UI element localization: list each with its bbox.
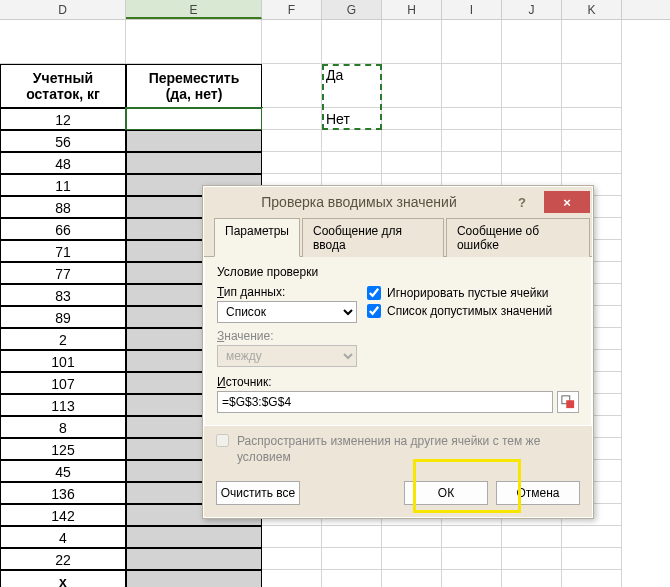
cell[interactable] [0, 20, 126, 64]
cell[interactable] [322, 548, 382, 570]
col-header-j[interactable]: J [502, 0, 562, 19]
cell-e[interactable] [126, 526, 262, 548]
cell[interactable] [442, 152, 502, 174]
cell-d[interactable]: 22 [0, 548, 126, 570]
cell[interactable] [502, 548, 562, 570]
cell[interactable]: Нет [322, 108, 382, 130]
cell-d[interactable]: 77 [0, 262, 126, 284]
tab-parameters[interactable]: Параметры [214, 218, 300, 257]
col-header-e[interactable]: E [126, 0, 262, 19]
cell-d[interactable]: 142 [0, 504, 126, 526]
cell[interactable] [262, 526, 322, 548]
cell[interactable] [562, 64, 622, 108]
cell[interactable] [382, 130, 442, 152]
cell[interactable] [442, 526, 502, 548]
cell-d[interactable]: 2 [0, 328, 126, 350]
cell[interactable] [502, 152, 562, 174]
col-header-f[interactable]: F [262, 0, 322, 19]
cell-d[interactable]: 125 [0, 438, 126, 460]
cell-d[interactable]: 89 [0, 306, 126, 328]
cell[interactable] [442, 130, 502, 152]
cell-e[interactable] [126, 570, 262, 587]
cell[interactable] [502, 108, 562, 130]
cell[interactable] [442, 64, 502, 108]
cell[interactable] [126, 20, 262, 64]
ok-button[interactable]: ОК [404, 481, 488, 505]
cell-d[interactable]: 136 [0, 482, 126, 504]
cell[interactable] [502, 20, 562, 64]
cell[interactable] [382, 152, 442, 174]
header-e[interactable]: Переместить (да, нет) [126, 64, 262, 108]
cell[interactable] [502, 570, 562, 587]
col-header-i[interactable]: I [442, 0, 502, 19]
source-input[interactable] [217, 391, 553, 413]
cell[interactable] [562, 20, 622, 64]
cell[interactable] [322, 570, 382, 587]
cell-g3[interactable]: Да [322, 64, 382, 108]
col-header-k[interactable]: K [562, 0, 622, 19]
ignore-blanks-checkbox[interactable]: Игнорировать пустые ячейки [367, 286, 579, 300]
cell[interactable] [262, 20, 322, 64]
cell-e[interactable] [126, 108, 262, 130]
cell-d[interactable]: 45 [0, 460, 126, 482]
tab-input-message[interactable]: Сообщение для ввода [302, 218, 444, 257]
cell-d[interactable]: 66 [0, 218, 126, 240]
cell-d[interactable]: 4 [0, 526, 126, 548]
cell-d[interactable]: 12 [0, 108, 126, 130]
cell[interactable] [502, 64, 562, 108]
cell[interactable] [562, 152, 622, 174]
cell[interactable] [262, 570, 322, 587]
cell[interactable] [442, 548, 502, 570]
cell-d[interactable]: 88 [0, 196, 126, 218]
cell[interactable] [382, 548, 442, 570]
cell-d[interactable]: 113 [0, 394, 126, 416]
col-header-d[interactable]: D [0, 0, 126, 19]
cell[interactable] [562, 548, 622, 570]
cell-d[interactable]: 56 [0, 130, 126, 152]
cell[interactable] [442, 20, 502, 64]
cancel-button[interactable]: Отмена [496, 481, 580, 505]
header-d[interactable]: Учетный остаток, кг [0, 64, 126, 108]
col-header-h[interactable]: H [382, 0, 442, 19]
cell-d[interactable]: x [0, 570, 126, 587]
cell-d[interactable]: 101 [0, 350, 126, 372]
cell[interactable] [322, 526, 382, 548]
cell[interactable] [262, 108, 322, 130]
cell-e[interactable] [126, 130, 262, 152]
cell[interactable] [262, 152, 322, 174]
cell[interactable] [322, 152, 382, 174]
cell-d[interactable]: 71 [0, 240, 126, 262]
cell[interactable] [442, 108, 502, 130]
dropdown-list-checkbox[interactable]: Список допустимых значений [367, 304, 579, 318]
close-button[interactable]: × [544, 191, 590, 213]
cell[interactable] [502, 526, 562, 548]
cell-d[interactable]: 11 [0, 174, 126, 196]
cell[interactable] [262, 548, 322, 570]
help-button[interactable]: ? [502, 190, 542, 214]
cell[interactable] [382, 108, 442, 130]
cell-e[interactable] [126, 152, 262, 174]
cell-d[interactable]: 83 [0, 284, 126, 306]
cell[interactable] [262, 130, 322, 152]
cell[interactable] [382, 526, 442, 548]
cell[interactable] [442, 570, 502, 587]
range-picker-button[interactable] [557, 391, 579, 413]
cell[interactable] [382, 20, 442, 64]
cell[interactable] [322, 20, 382, 64]
cell-d[interactable]: 8 [0, 416, 126, 438]
cell[interactable] [562, 130, 622, 152]
cell[interactable] [382, 64, 442, 108]
clear-all-button[interactable]: Очистить все [216, 481, 300, 505]
cell-d[interactable]: 107 [0, 372, 126, 394]
cell[interactable] [262, 64, 322, 108]
cell[interactable] [502, 130, 562, 152]
type-select[interactable]: Список [217, 301, 357, 323]
tab-error-alert[interactable]: Сообщение об ошибке [446, 218, 590, 257]
col-header-g[interactable]: G [322, 0, 382, 19]
cell[interactable] [322, 130, 382, 152]
cell[interactable] [562, 108, 622, 130]
cell-d[interactable]: 48 [0, 152, 126, 174]
cell-e[interactable] [126, 548, 262, 570]
cell[interactable] [562, 570, 622, 587]
cell[interactable] [562, 526, 622, 548]
